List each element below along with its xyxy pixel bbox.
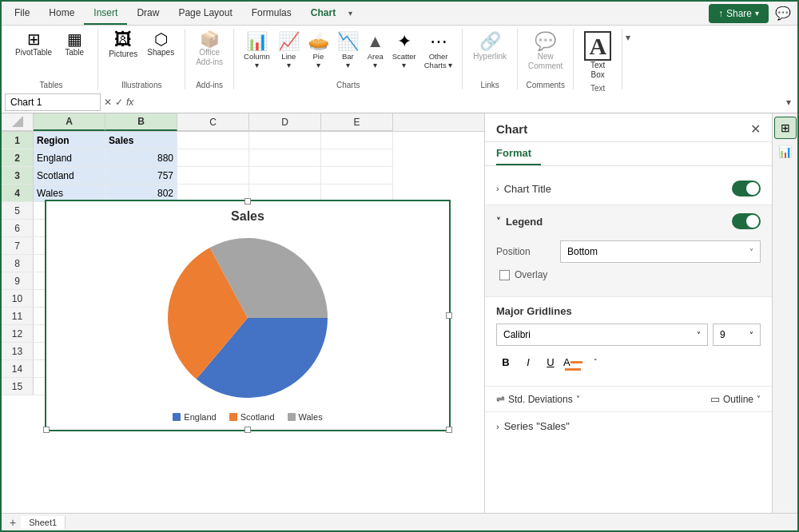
tab-format[interactable]: Format (496, 142, 541, 165)
tab-formulas[interactable]: Formulas (242, 2, 301, 25)
cell-B2[interactable]: 880 (105, 149, 177, 167)
row-header-13[interactable]: 13 (2, 343, 34, 360)
cell-E3[interactable] (321, 167, 393, 185)
chart-title-section-header[interactable]: › Chart Title (485, 173, 772, 204)
col-header-B[interactable]: B (105, 113, 177, 131)
bold-button[interactable]: B (496, 352, 515, 371)
resize-handle-bottom-left[interactable] (43, 427, 50, 433)
pictures-button[interactable]: 🖼 Pictures (105, 29, 141, 62)
legend-section-header[interactable]: ˅ Legend (485, 205, 772, 237)
cell-A2[interactable]: England (34, 149, 105, 167)
resize-handle-bottom[interactable] (244, 427, 251, 433)
series-section-header[interactable]: › Series "Sales" (485, 412, 772, 440)
cell-E1[interactable] (321, 132, 393, 149)
gridlines-label: Major Gridlines (496, 305, 761, 317)
row-header-12[interactable]: 12 (2, 325, 34, 343)
row-header-15[interactable]: 15 (2, 378, 34, 395)
formula-expand-icon[interactable]: ▾ (786, 97, 794, 108)
cell-D3[interactable] (249, 167, 321, 185)
pie-chart-button[interactable]: 🥧 Pie▾ (304, 29, 332, 72)
cell-E2[interactable] (321, 149, 393, 167)
area-chart-button[interactable]: ▲ Area▾ (364, 29, 388, 72)
italic-button[interactable]: I (519, 352, 538, 371)
cell-A1[interactable]: Region (34, 132, 105, 149)
tab-home[interactable]: Home (39, 2, 84, 25)
table-button[interactable]: ▦ Table (58, 29, 91, 60)
tab-insert[interactable]: Insert (84, 2, 127, 25)
chart-toolbar-button[interactable]: 📊 (774, 141, 797, 163)
row-header-14[interactable]: 14 (2, 360, 34, 378)
text-box-button[interactable]: A TextBox (580, 29, 615, 82)
row-header-1[interactable]: 1 (2, 132, 34, 149)
resize-handle-top[interactable] (244, 198, 251, 204)
chart-tab-dropdown[interactable]: ▾ (345, 4, 356, 22)
scatter-chart-button[interactable]: ✦ Scatter▾ (389, 29, 419, 72)
add-sheet-button[interactable]: + (5, 514, 21, 530)
cancel-icon[interactable]: ✕ (104, 97, 112, 108)
name-box[interactable] (5, 93, 101, 111)
ribbon-expand[interactable]: ▾ (622, 29, 634, 89)
font-size-select[interactable]: 9 ˅ (713, 324, 761, 346)
tab-page-layout[interactable]: Page Layout (169, 2, 241, 25)
cell-B3[interactable]: 757 (105, 167, 177, 185)
text-color-button[interactable]: A (563, 352, 582, 371)
resize-handle-bottom-right[interactable] (446, 427, 452, 433)
cell-C1[interactable] (177, 132, 249, 149)
row-header-5[interactable]: 5 (2, 202, 34, 220)
tab-file[interactable]: File (5, 2, 39, 25)
row-header-9[interactable]: 9 (2, 272, 34, 290)
other-charts-label: OtherCharts ▾ (424, 52, 453, 69)
tab-chart[interactable]: Chart (301, 2, 345, 25)
row-header-11[interactable]: 11 (2, 308, 34, 325)
std-deviations-button[interactable]: ⇌ Std. Deviations ˅ (496, 393, 580, 405)
cell-D2[interactable] (249, 149, 321, 167)
column-chart-button[interactable]: 📊 Column▾ (240, 29, 273, 72)
formula-input[interactable] (137, 95, 786, 109)
row-header-4[interactable]: 4 (2, 185, 34, 202)
panel-body: › Chart Title ˅ Legend (485, 166, 772, 513)
bar-chart-button[interactable]: 📉 Bar▾ (334, 29, 362, 72)
row-header-6[interactable]: 6 (2, 220, 34, 237)
other-charts-button[interactable]: ⋯ OtherCharts ▾ (421, 29, 456, 72)
row-header-8[interactable]: 8 (2, 255, 34, 272)
font-size-dropdown-icon: ˅ (749, 331, 753, 339)
shapes-button[interactable]: ⬡ Shapes (143, 29, 178, 60)
confirm-icon[interactable]: ✓ (115, 97, 123, 108)
text-color-dropdown[interactable]: ˅ (586, 352, 605, 371)
cell-C3[interactable] (177, 167, 249, 185)
resize-handle-right[interactable] (446, 312, 452, 319)
hyperlink-button[interactable]: 🔗 Hyperlink (469, 29, 511, 64)
row-header-7[interactable]: 7 (2, 237, 34, 255)
cell-C2[interactable] (177, 149, 249, 167)
grid-toolbar-button[interactable]: ⊞ (774, 117, 797, 139)
font-select[interactable]: Calibri ˅ (496, 324, 708, 346)
col-header-A[interactable]: A (34, 113, 105, 131)
cell-B1[interactable]: Sales (105, 132, 177, 149)
col-header-E[interactable]: E (321, 113, 393, 131)
outline-button[interactable]: ▭ Outline ˅ (710, 393, 761, 405)
legend-label-england: England (184, 412, 216, 422)
fx-icon[interactable]: fx (126, 97, 133, 108)
row-header-3[interactable]: 3 (2, 167, 34, 185)
share-button[interactable]: ↑ Share ▾ (709, 4, 769, 23)
col-header-C[interactable]: C (177, 113, 249, 131)
cell-A3[interactable]: Scotland (34, 167, 105, 185)
panel-close-button[interactable]: ✕ (750, 121, 761, 137)
chart-container[interactable]: Sales (45, 200, 451, 431)
position-select[interactable]: Bottom ˅ (560, 240, 761, 263)
office-addins-button[interactable]: 📦 OfficeAdd-ins (192, 29, 227, 69)
legend-toggle[interactable] (732, 213, 761, 229)
underline-button[interactable]: U (541, 352, 560, 371)
comments-button[interactable]: 💬 (772, 2, 794, 25)
cell-D1[interactable] (249, 132, 321, 149)
pivot-table-button[interactable]: ⊞ PivotTable (11, 29, 56, 60)
col-header-D[interactable]: D (249, 113, 321, 131)
chart-title-toggle[interactable] (732, 181, 761, 197)
tab-draw[interactable]: Draw (127, 2, 169, 25)
new-comment-button[interactable]: 💬 NewComment (524, 29, 566, 73)
line-chart-button[interactable]: 📈 Line▾ (275, 29, 303, 72)
row-header-2[interactable]: 2 (2, 149, 34, 167)
sheet-tab-sheet1[interactable]: Sheet1 (21, 516, 66, 529)
overlay-checkbox[interactable] (499, 270, 510, 280)
row-header-10[interactable]: 10 (2, 290, 34, 308)
